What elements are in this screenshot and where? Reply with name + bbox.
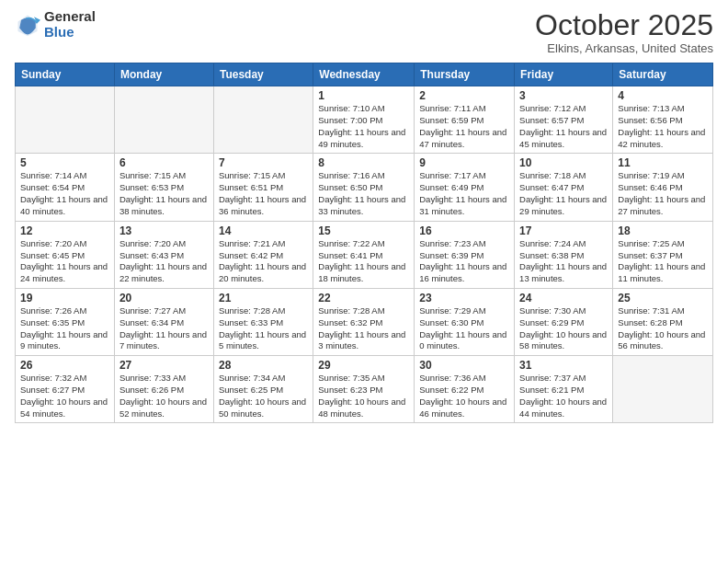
calendar-cell: 11Sunrise: 7:19 AM Sunset: 6:46 PM Dayli… <box>613 154 713 221</box>
logo-text: General Blue <box>44 9 96 40</box>
day-number: 6 <box>119 156 209 169</box>
day-number: 2 <box>419 89 509 102</box>
calendar-cell: 13Sunrise: 7:20 AM Sunset: 6:43 PM Dayli… <box>114 221 213 288</box>
day-info: Sunrise: 7:26 AM Sunset: 6:35 PM Dayligh… <box>20 305 109 352</box>
calendar-cell: 20Sunrise: 7:27 AM Sunset: 6:34 PM Dayli… <box>114 288 213 355</box>
page: General Blue October 2025 Elkins, Arkans… <box>0 0 728 563</box>
calendar-week-3: 12Sunrise: 7:20 AM Sunset: 6:45 PM Dayli… <box>16 221 713 288</box>
calendar-cell <box>213 86 313 154</box>
logo-general: General <box>44 9 96 25</box>
calendar-cell: 14Sunrise: 7:21 AM Sunset: 6:42 PM Dayli… <box>213 221 313 288</box>
day-info: Sunrise: 7:31 AM Sunset: 6:28 PM Dayligh… <box>618 305 708 352</box>
day-info: Sunrise: 7:16 AM Sunset: 6:50 PM Dayligh… <box>318 170 409 217</box>
month-title: October 2025 <box>535 9 713 41</box>
calendar-cell: 28Sunrise: 7:34 AM Sunset: 6:25 PM Dayli… <box>213 356 313 423</box>
header-row: Sunday Monday Tuesday Wednesday Thursday… <box>16 63 713 86</box>
calendar-cell: 22Sunrise: 7:28 AM Sunset: 6:32 PM Dayli… <box>313 288 415 355</box>
day-info: Sunrise: 7:29 AM Sunset: 6:30 PM Dayligh… <box>419 305 509 352</box>
col-friday: Friday <box>515 63 613 86</box>
day-info: Sunrise: 7:13 AM Sunset: 6:56 PM Dayligh… <box>618 103 708 150</box>
day-number: 3 <box>519 89 608 102</box>
day-info: Sunrise: 7:23 AM Sunset: 6:39 PM Dayligh… <box>419 238 509 285</box>
calendar-cell: 12Sunrise: 7:20 AM Sunset: 6:45 PM Dayli… <box>16 221 115 288</box>
calendar-week-4: 19Sunrise: 7:26 AM Sunset: 6:35 PM Dayli… <box>16 288 713 355</box>
calendar-cell: 1Sunrise: 7:10 AM Sunset: 7:00 PM Daylig… <box>313 86 415 154</box>
day-info: Sunrise: 7:19 AM Sunset: 6:46 PM Dayligh… <box>618 170 708 217</box>
day-info: Sunrise: 7:37 AM Sunset: 6:21 PM Dayligh… <box>519 373 608 419</box>
day-number: 23 <box>419 292 509 304</box>
calendar-cell: 19Sunrise: 7:26 AM Sunset: 6:35 PM Dayli… <box>16 288 115 355</box>
day-info: Sunrise: 7:30 AM Sunset: 6:29 PM Dayligh… <box>519 305 608 352</box>
calendar-week-5: 26Sunrise: 7:32 AM Sunset: 6:27 PM Dayli… <box>16 356 713 423</box>
col-tuesday: Tuesday <box>213 63 313 86</box>
col-sunday: Sunday <box>16 63 115 86</box>
day-number: 10 <box>519 156 608 169</box>
day-info: Sunrise: 7:15 AM Sunset: 6:51 PM Dayligh… <box>219 170 308 217</box>
col-saturday: Saturday <box>613 63 713 86</box>
day-number: 19 <box>20 292 109 304</box>
day-number: 17 <box>519 224 608 237</box>
day-number: 27 <box>119 359 209 372</box>
logo-blue: Blue <box>44 25 96 40</box>
day-number: 29 <box>318 359 409 372</box>
day-info: Sunrise: 7:33 AM Sunset: 6:26 PM Dayligh… <box>119 373 209 419</box>
calendar-cell <box>613 356 713 423</box>
calendar: Sunday Monday Tuesday Wednesday Thursday… <box>15 63 713 423</box>
day-number: 1 <box>318 89 409 102</box>
calendar-cell: 26Sunrise: 7:32 AM Sunset: 6:27 PM Dayli… <box>16 356 115 423</box>
day-info: Sunrise: 7:28 AM Sunset: 6:32 PM Dayligh… <box>318 305 409 352</box>
calendar-cell: 17Sunrise: 7:24 AM Sunset: 6:38 PM Dayli… <box>515 221 613 288</box>
calendar-cell: 4Sunrise: 7:13 AM Sunset: 6:56 PM Daylig… <box>613 86 713 154</box>
day-info: Sunrise: 7:14 AM Sunset: 6:54 PM Dayligh… <box>20 170 109 217</box>
day-number: 21 <box>219 292 308 304</box>
logo-icon <box>15 12 40 38</box>
day-number: 8 <box>318 156 409 169</box>
logo: General Blue <box>15 9 96 40</box>
day-number: 24 <box>519 292 608 304</box>
day-number: 9 <box>419 156 509 169</box>
day-number: 14 <box>219 224 308 237</box>
day-number: 20 <box>119 292 209 304</box>
day-number: 11 <box>618 156 708 169</box>
calendar-cell: 16Sunrise: 7:23 AM Sunset: 6:39 PM Dayli… <box>415 221 515 288</box>
day-info: Sunrise: 7:25 AM Sunset: 6:37 PM Dayligh… <box>618 238 708 285</box>
day-info: Sunrise: 7:32 AM Sunset: 6:27 PM Dayligh… <box>20 373 109 419</box>
col-thursday: Thursday <box>415 63 515 86</box>
calendar-cell: 6Sunrise: 7:15 AM Sunset: 6:53 PM Daylig… <box>114 154 213 221</box>
day-number: 28 <box>219 359 308 372</box>
day-info: Sunrise: 7:17 AM Sunset: 6:49 PM Dayligh… <box>419 170 509 217</box>
day-number: 26 <box>20 359 109 372</box>
calendar-cell: 24Sunrise: 7:30 AM Sunset: 6:29 PM Dayli… <box>515 288 613 355</box>
day-info: Sunrise: 7:35 AM Sunset: 6:23 PM Dayligh… <box>318 373 409 419</box>
calendar-cell: 8Sunrise: 7:16 AM Sunset: 6:50 PM Daylig… <box>313 154 415 221</box>
day-info: Sunrise: 7:21 AM Sunset: 6:42 PM Dayligh… <box>219 238 308 285</box>
day-info: Sunrise: 7:36 AM Sunset: 6:22 PM Dayligh… <box>419 373 509 419</box>
day-number: 31 <box>519 359 608 372</box>
calendar-cell: 5Sunrise: 7:14 AM Sunset: 6:54 PM Daylig… <box>16 154 115 221</box>
calendar-cell: 27Sunrise: 7:33 AM Sunset: 6:26 PM Dayli… <box>114 356 213 423</box>
day-info: Sunrise: 7:20 AM Sunset: 6:45 PM Dayligh… <box>20 238 109 285</box>
day-number: 12 <box>20 224 109 237</box>
day-info: Sunrise: 7:11 AM Sunset: 6:59 PM Dayligh… <box>419 103 509 150</box>
day-info: Sunrise: 7:18 AM Sunset: 6:47 PM Dayligh… <box>519 170 608 217</box>
day-number: 22 <box>318 292 409 304</box>
day-number: 25 <box>618 292 708 304</box>
day-number: 13 <box>119 224 209 237</box>
calendar-week-1: 1Sunrise: 7:10 AM Sunset: 7:00 PM Daylig… <box>16 86 713 154</box>
calendar-week-2: 5Sunrise: 7:14 AM Sunset: 6:54 PM Daylig… <box>16 154 713 221</box>
day-info: Sunrise: 7:34 AM Sunset: 6:25 PM Dayligh… <box>219 373 308 419</box>
day-number: 15 <box>318 224 409 237</box>
calendar-cell: 3Sunrise: 7:12 AM Sunset: 6:57 PM Daylig… <box>515 86 613 154</box>
calendar-cell: 29Sunrise: 7:35 AM Sunset: 6:23 PM Dayli… <box>313 356 415 423</box>
day-number: 18 <box>618 224 708 237</box>
calendar-cell: 9Sunrise: 7:17 AM Sunset: 6:49 PM Daylig… <box>415 154 515 221</box>
title-block: October 2025 Elkins, Arkansas, United St… <box>535 9 713 55</box>
calendar-cell: 25Sunrise: 7:31 AM Sunset: 6:28 PM Dayli… <box>613 288 713 355</box>
day-info: Sunrise: 7:22 AM Sunset: 6:41 PM Dayligh… <box>318 238 409 285</box>
day-number: 5 <box>20 156 109 169</box>
col-monday: Monday <box>114 63 213 86</box>
day-info: Sunrise: 7:10 AM Sunset: 7:00 PM Dayligh… <box>318 103 409 150</box>
calendar-cell: 18Sunrise: 7:25 AM Sunset: 6:37 PM Dayli… <box>613 221 713 288</box>
header: General Blue October 2025 Elkins, Arkans… <box>15 9 713 55</box>
calendar-cell: 31Sunrise: 7:37 AM Sunset: 6:21 PM Dayli… <box>515 356 613 423</box>
